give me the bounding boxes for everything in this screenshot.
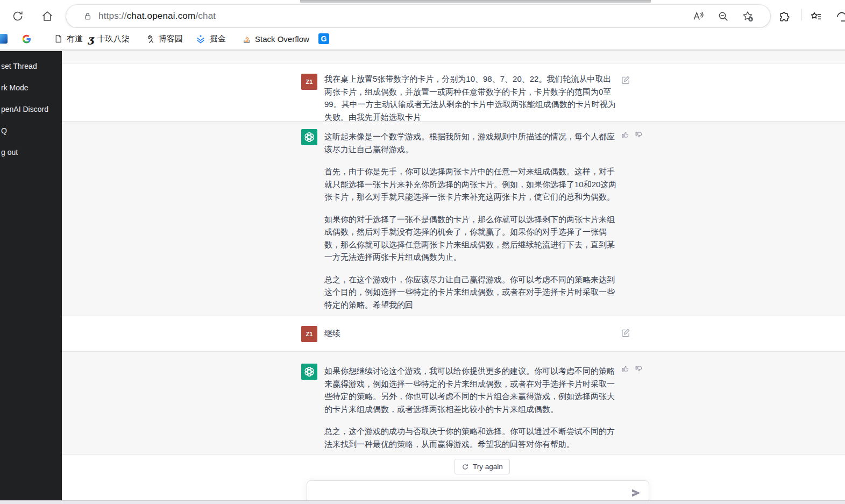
file-icon — [54, 34, 63, 44]
chat-message-user: Z1 我在桌上放置5张带数字的卡片，分别为10、98、7、20、22。我们轮流从… — [62, 63, 845, 121]
sidebar-item-reset-thread[interactable]: set Thread — [1, 60, 62, 72]
bookmark-youdao[interactable]: 有道 — [54, 28, 83, 49]
try-again-button[interactable]: Try again — [455, 459, 510, 474]
read-aloud-button[interactable] — [690, 10, 706, 22]
sidebar-item-faq[interactable]: Q — [1, 125, 62, 137]
chat-message-assistant: 这听起来像是一个数学游戏。根据我所知，游戏规则中所描述的情况，每个人都应该尽力让… — [62, 121, 845, 316]
thumbs-down-icon — [635, 365, 643, 373]
url-domain: chat.openai.com — [127, 11, 196, 21]
user-avatar-label: Z1 — [306, 331, 313, 337]
thumbs-down-icon — [635, 131, 643, 139]
thumbs-up-button[interactable] — [621, 131, 629, 139]
bookmark-juejin[interactable]: 掘金 — [195, 28, 226, 49]
juejin-icon — [195, 34, 206, 44]
user-avatar: Z1 — [301, 326, 317, 342]
refresh-button[interactable] — [9, 8, 27, 24]
address-bar[interactable]: https://chat.openai.com/chat — [66, 5, 770, 27]
g-tile-icon: G — [318, 33, 329, 44]
sidebar-item-label: rk Mode — [1, 83, 29, 92]
bookmark-bing[interactable] — [0, 28, 8, 49]
stackoverflow-icon — [242, 34, 251, 44]
chat-message-user: Z1 继续 — [62, 316, 845, 351]
tab-strip-remnant — [300, 0, 651, 3]
user-avatar-label: Z1 — [306, 79, 313, 85]
browser-window: https://chat.openai.com/chat — [0, 0, 845, 504]
message-paragraph: 如果你的对手选择了一张不是偶数的卡片，那么你就可以选择剩下的两张卡片来组成偶数，… — [324, 213, 619, 264]
edit-icon — [621, 328, 630, 337]
user-avatar: Z1 — [301, 74, 317, 90]
sidebar-item-label: set Thread — [1, 62, 37, 70]
sidebar-item-openai-discord[interactable]: penAI Discord — [1, 103, 62, 115]
sidebar-item-log-out[interactable]: g out — [1, 146, 62, 158]
edit-icon — [621, 75, 630, 84]
message-paragraph: 如果你想继续讨论这个游戏，我可以给你提供更多的建议。你可以考虑不同的策略来赢得游… — [324, 365, 619, 415]
home-button[interactable] — [38, 8, 56, 24]
bookmark-label: 十玖八柒 — [97, 34, 130, 44]
add-favorite-icon — [741, 10, 754, 23]
bookmarks-bar: 有道 ʒ 十玖八柒 博客园 掘金 Stack Overflow G — [0, 28, 845, 51]
browser-essentials-icon — [835, 10, 845, 23]
message-actions — [621, 365, 643, 373]
message-paragraph: 总之，这个游戏的成功与否取决于你的策略和选择。你可以通过不断尝试不同的方法来找到… — [324, 425, 619, 450]
refresh-icon — [11, 10, 24, 23]
extensions-icon — [778, 11, 791, 23]
browser-essentials-button[interactable] — [833, 9, 845, 25]
regenerate-icon — [461, 463, 469, 471]
message-paragraph: 总之，在这个游戏中，你应该尽力让自己赢得游戏。你可以考虑不同的策略来达到这个目的… — [324, 273, 619, 311]
add-favorite-button[interactable] — [740, 10, 756, 22]
url-path: /chat — [195, 11, 216, 21]
bookmark-google[interactable] — [22, 28, 32, 49]
sidebar-item-dark-mode[interactable]: rk Mode — [1, 82, 62, 94]
page-bottom-edge — [0, 500, 845, 504]
message-actions — [621, 131, 643, 139]
bookmark-g-site[interactable]: G — [318, 28, 329, 49]
bookmark-stackoverflow[interactable]: Stack Overflow — [242, 28, 309, 49]
send-button[interactable] — [631, 488, 642, 499]
bookmark-shijiubaqi[interactable]: ʒ 十玖八柒 — [88, 28, 130, 49]
message-text: 这听起来像是一个数学游戏。根据我所知，游戏规则中所描述的情况，每个人都应该尽力让… — [324, 130, 619, 311]
message-paragraph: 首先，由于你是先手，你可以选择两张卡片中的任意一对来组成偶数。这样，对手就只能选… — [324, 165, 619, 203]
bookmark-label: 博客园 — [159, 34, 183, 44]
bing-icon — [0, 34, 8, 44]
url-scheme: https:// — [98, 11, 127, 21]
script-icon: ʒ — [88, 33, 94, 44]
chatgpt-avatar — [301, 364, 317, 380]
thumbs-up-icon — [621, 365, 629, 373]
url-text: https://chat.openai.com/chat — [98, 5, 216, 27]
zoom-out-icon — [717, 10, 729, 23]
edit-message-button[interactable] — [621, 75, 630, 84]
previous-message-remnant — [62, 51, 845, 63]
chatgpt-avatar — [301, 129, 317, 145]
message-paragraph: 继续 — [324, 327, 619, 340]
thumbs-up-icon — [621, 131, 629, 139]
try-again-label: Try again — [473, 463, 503, 471]
google-icon — [22, 34, 32, 44]
openai-logo-icon — [303, 366, 315, 378]
edit-message-button[interactable] — [621, 328, 630, 337]
send-icon — [631, 488, 641, 498]
lock-icon[interactable] — [83, 11, 92, 24]
zoom-out-button[interactable] — [715, 10, 731, 22]
home-icon — [41, 10, 54, 23]
message-paragraph: 这听起来像是一个数学游戏。根据我所知，游戏规则中所描述的情况，每个人都应该尽力让… — [324, 130, 619, 155]
bookmark-label: Stack Overflow — [255, 34, 309, 44]
bookmark-label: 有道 — [67, 34, 83, 44]
sidebar-item-label: penAI Discord — [1, 105, 48, 113]
message-paragraph: 我在桌上放置5张带数字的卡片，分别为10、98、7、20、22。我们轮流从中取出… — [324, 73, 619, 123]
favorites-button[interactable] — [807, 9, 825, 25]
chat-message-assistant: 如果你想继续讨论这个游戏，我可以给你提供更多的建议。你可以考虑不同的策略来赢得游… — [62, 351, 845, 455]
favorites-icon — [810, 10, 822, 23]
sidebar-item-label: g out — [1, 148, 18, 157]
message-actions — [621, 75, 630, 84]
thumbs-down-button[interactable] — [635, 365, 643, 373]
thumbs-down-button[interactable] — [635, 131, 643, 139]
message-text: 我在桌上放置5张带数字的卡片，分别为10、98、7、20、22。我们轮流从中取出… — [324, 73, 619, 123]
thumbs-up-button[interactable] — [621, 365, 629, 373]
browser-toolbar: https://chat.openai.com/chat — [0, 0, 845, 28]
message-text: 继续 — [324, 327, 619, 340]
extensions-button[interactable] — [775, 9, 793, 25]
pin-icon — [145, 34, 155, 44]
message-actions — [621, 328, 630, 337]
chat-main: Z1 我在桌上放置5张带数字的卡片，分别为10、98、7、20、22。我们轮流从… — [62, 51, 845, 500]
bookmark-cnblogs[interactable]: 博客园 — [145, 28, 183, 49]
